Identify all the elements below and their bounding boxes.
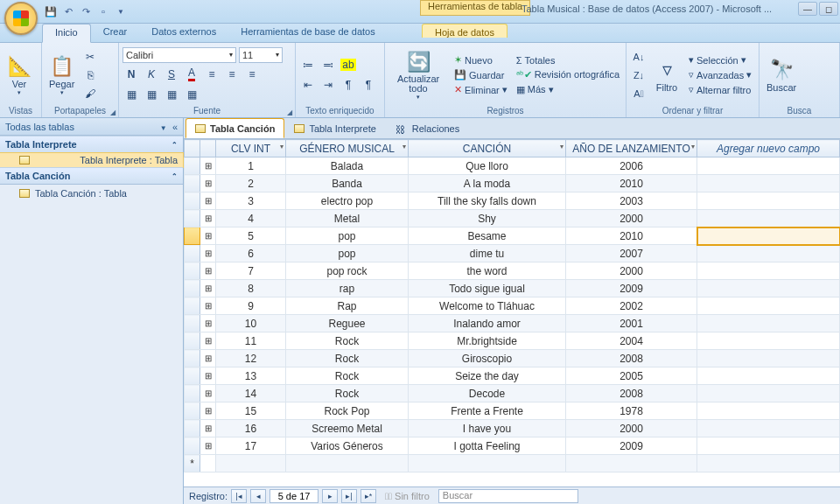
cell-new[interactable] xyxy=(697,298,840,315)
col-add-new[interactable]: Agregar nuevo campo xyxy=(697,140,840,158)
redo-icon[interactable]: ↷ xyxy=(79,4,93,18)
search-box[interactable]: Buscar xyxy=(438,489,578,503)
underline-button[interactable]: S xyxy=(163,66,180,83)
cell-anio[interactable]: 2009 xyxy=(566,438,697,455)
cell-clv[interactable]: 8 xyxy=(216,280,286,298)
gridlines-button[interactable]: ▦ xyxy=(143,86,160,103)
new-icon[interactable]: ▫ xyxy=(96,4,110,18)
prev-record-button[interactable]: ◂ xyxy=(250,489,266,503)
expand-icon[interactable]: ⊞ xyxy=(200,280,216,298)
table-row[interactable]: ⊞16Screemo MetalI have you2000 xyxy=(185,420,840,438)
cell-cancion[interactable]: Mr.brightside xyxy=(409,332,566,350)
toggle-filter-button[interactable]: ▿Alternar filtro xyxy=(686,83,754,96)
new-record-nav-button[interactable]: ▸* xyxy=(360,489,376,503)
cell-genero[interactable]: Screemo Metal xyxy=(286,420,409,438)
alt-color-button[interactable]: ▦ xyxy=(163,86,180,103)
row-selector[interactable] xyxy=(185,420,200,438)
doctab-cancion[interactable]: Tabla Canción xyxy=(186,118,284,138)
row-selector[interactable] xyxy=(185,228,200,245)
cell-genero[interactable]: Rock xyxy=(286,385,409,402)
nav-item-interprete[interactable]: Tabla Interprete : Tabla xyxy=(0,152,184,168)
spellcheck-button[interactable]: ᵃᵇ✔Revisión ortográfica xyxy=(514,68,622,81)
cut-icon[interactable]: ✂ xyxy=(81,48,99,66)
cell-anio[interactable]: 2010 xyxy=(566,175,697,192)
save-icon[interactable]: 💾 xyxy=(44,4,58,18)
expand-icon[interactable]: ⊞ xyxy=(200,402,216,420)
table-row[interactable]: ⊞5popBesame2010 xyxy=(185,228,840,245)
tab-inicio[interactable]: Inicio xyxy=(42,24,91,43)
cell-genero[interactable]: Rock xyxy=(286,350,409,368)
table-row[interactable]: ⊞2BandaA la moda2010 xyxy=(185,175,840,192)
row-selector[interactable] xyxy=(185,350,200,368)
cell-cancion[interactable]: dime tu xyxy=(409,245,566,262)
italic-button[interactable]: K xyxy=(143,66,160,83)
cell-clv[interactable]: 5 xyxy=(216,228,286,245)
cell-new[interactable] xyxy=(697,175,840,192)
cell-genero[interactable]: Reguee xyxy=(286,315,409,332)
maximize-button[interactable]: ◻ xyxy=(819,2,838,16)
chevron-down-icon[interactable]: ▾ xyxy=(691,143,695,150)
cell-genero[interactable]: Varios Géneros xyxy=(286,438,409,455)
fill-color-button[interactable]: ▦ xyxy=(122,86,140,103)
cell-genero[interactable]: rap xyxy=(286,280,409,298)
cell-clv[interactable]: 17 xyxy=(216,438,286,455)
cell-new[interactable] xyxy=(697,402,840,420)
expand-icon[interactable]: ⊞ xyxy=(200,332,216,350)
expand-icon[interactable]: ⊞ xyxy=(200,385,216,402)
cell-new[interactable] xyxy=(697,280,840,298)
delete-record-button[interactable]: ✕Eliminar ▾ xyxy=(452,83,510,96)
clear-sort-button[interactable]: A⃠ xyxy=(630,85,648,102)
cell-cancion[interactable]: Giroscopio xyxy=(409,350,566,368)
table-row[interactable]: ⊞7pop rockthe word2000 xyxy=(185,262,840,280)
chevron-down-icon[interactable]: ▾ xyxy=(280,143,284,150)
more-button[interactable]: ▦Más ▾ xyxy=(514,83,622,96)
totals-button[interactable]: ΣTotales xyxy=(514,54,622,66)
doctab-relaciones[interactable]: ⛓Relaciones xyxy=(386,118,469,138)
cell-clv[interactable]: 15 xyxy=(216,402,286,420)
cell-new[interactable] xyxy=(697,332,840,350)
next-record-button[interactable]: ▸ xyxy=(322,489,338,503)
copy-icon[interactable]: ⎘ xyxy=(81,66,99,84)
cell-genero[interactable]: pop xyxy=(286,245,409,262)
row-selector[interactable] xyxy=(185,298,200,315)
cell-anio[interactable]: 2000 xyxy=(566,420,697,438)
expand-icon[interactable]: ⊞ xyxy=(200,228,216,245)
cell-new[interactable] xyxy=(697,262,840,280)
expand-icon[interactable]: ⊞ xyxy=(200,298,216,315)
nav-group-cancion[interactable]: Tabla Canción⌃ xyxy=(0,167,183,185)
cell-cancion[interactable]: I have you xyxy=(409,420,566,438)
cell-cancion[interactable]: A la moda xyxy=(409,175,566,192)
col-cancion[interactable]: CANCIÓN▾ xyxy=(409,140,566,158)
row-selector[interactable] xyxy=(185,402,200,420)
cell-genero[interactable]: Rap xyxy=(286,298,409,315)
cell-cancion[interactable]: Todo sigue igual xyxy=(409,280,566,298)
cell-cancion[interactable]: Till the sky falls down xyxy=(409,192,566,210)
sort-asc-button[interactable]: A↓ xyxy=(630,48,648,66)
cell-anio[interactable]: 1978 xyxy=(566,402,697,420)
cell-cancion[interactable]: Seize the day xyxy=(409,368,566,385)
cell-new[interactable] xyxy=(697,438,840,455)
cell-genero[interactable]: pop xyxy=(286,228,409,245)
cell-anio[interactable]: 2005 xyxy=(566,368,697,385)
font-select[interactable]: Calibri▾ xyxy=(122,47,236,63)
tab-datos-externos[interactable]: Datos externos xyxy=(139,24,228,42)
row-selector[interactable] xyxy=(185,315,200,332)
dialog-launcher-icon[interactable]: ◢ xyxy=(110,108,116,116)
row-selector[interactable] xyxy=(185,175,200,192)
align-right-button[interactable]: ≡ xyxy=(243,66,261,83)
cell-cancion[interactable]: the word xyxy=(409,262,566,280)
expand-icon[interactable]: ⊞ xyxy=(200,210,216,228)
cell-anio[interactable]: 2004 xyxy=(566,332,697,350)
qat-dropdown-icon[interactable]: ▼ xyxy=(114,4,128,18)
chevron-down-icon[interactable]: ▼ xyxy=(160,124,167,132)
cell-anio[interactable]: 2008 xyxy=(566,350,697,368)
col-clv-int[interactable]: CLV INT▾ xyxy=(216,140,286,158)
cell-genero[interactable]: Rock xyxy=(286,332,409,350)
indent-left-button[interactable]: ⇤ xyxy=(299,76,317,94)
datasheet-grid[interactable]: CLV INT▾ GÉNERO MUSICAL▾ CANCIÓN▾ AÑO DE… xyxy=(184,139,840,486)
view-button[interactable]: 📐Ver▾ xyxy=(4,52,35,98)
cell-new[interactable] xyxy=(697,368,840,385)
expand-icon[interactable]: ⊞ xyxy=(200,245,216,262)
ltr-button[interactable]: ¶ xyxy=(340,76,357,94)
font-size-select[interactable]: 11▾ xyxy=(239,47,283,63)
